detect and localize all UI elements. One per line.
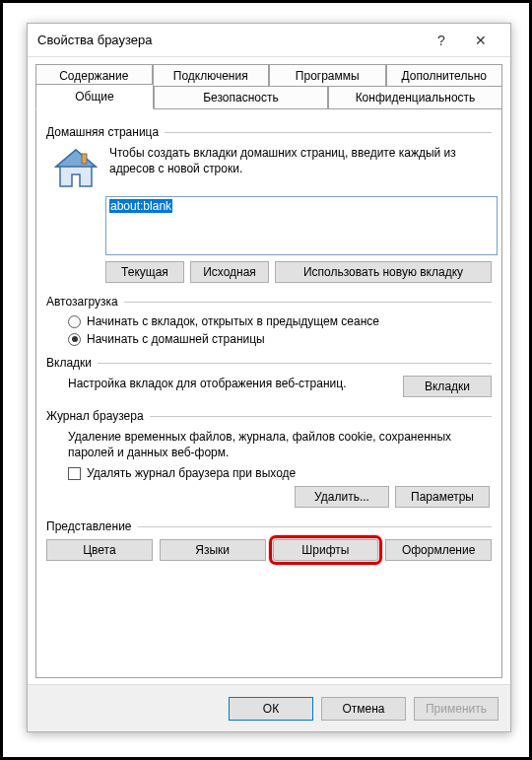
tab-advanced[interactable]: Дополнительно — [386, 64, 503, 87]
radio-icon — [68, 315, 81, 328]
group-homepage: Домашняя страница — [46, 125, 492, 139]
radio-start-last-session[interactable]: Начинать с вкладок, открытых в предыдуще… — [68, 314, 492, 328]
fonts-button[interactable]: Шрифты — [273, 539, 379, 561]
tab-panel-general: Домашняя страница Чтобы создать вкладки … — [35, 108, 502, 678]
tabs-settings-button[interactable]: Вкладки — [403, 376, 492, 397]
home-icon — [52, 147, 100, 190]
cancel-button[interactable]: Отмена — [321, 697, 406, 721]
delete-on-exit-checkbox[interactable]: Удалять журнал браузера при выходе — [68, 466, 492, 480]
dialog-window: Свойства браузера ? ✕ Содержание Подключ… — [27, 23, 511, 732]
dialog-footer: ОК Отмена Применить — [28, 684, 510, 731]
tabs-desc: Настройка вкладок для отображения веб-ст… — [68, 376, 393, 391]
help-button[interactable]: ? — [422, 26, 461, 55]
ok-button[interactable]: ОК — [229, 697, 313, 721]
tab-connections[interactable]: Подключения — [153, 64, 270, 87]
use-newtab-button[interactable]: Использовать новую вкладку — [275, 261, 492, 283]
group-startup: Автозагрузка — [46, 295, 492, 309]
history-desc: Удаление временных файлов, журнала, файл… — [68, 429, 492, 460]
accessibility-button[interactable]: Оформление — [385, 539, 492, 561]
tab-programs[interactable]: Программы — [269, 64, 386, 87]
languages-button[interactable]: Языки — [160, 539, 266, 561]
use-current-button[interactable]: Текущая — [105, 261, 184, 283]
use-default-button[interactable]: Исходная — [190, 261, 269, 283]
history-settings-button[interactable]: Параметры — [395, 486, 490, 508]
homepage-input[interactable]: about:blank — [105, 196, 498, 255]
group-tabs: Вкладки — [46, 356, 492, 370]
titlebar: Свойства браузера ? ✕ — [28, 24, 510, 57]
group-appearance: Представление — [46, 519, 492, 533]
svg-rect-2 — [82, 154, 87, 164]
delete-history-button[interactable]: Удалить... — [295, 486, 389, 508]
window-title: Свойства браузера — [37, 33, 422, 47]
checkbox-icon — [68, 467, 81, 480]
group-history: Журнал браузера — [46, 409, 492, 423]
radio-start-homepage[interactable]: Начинать с домашней страницы — [68, 332, 492, 346]
radio-icon — [68, 333, 81, 346]
tab-security[interactable]: Безопасность — [154, 86, 328, 108]
homepage-desc: Чтобы создать вкладки домашних страниц, … — [109, 145, 492, 190]
tab-privacy[interactable]: Конфиденциальность — [328, 86, 502, 108]
tab-general[interactable]: Общие — [35, 84, 154, 109]
apply-button[interactable]: Применить — [414, 697, 499, 721]
tabstrip: Содержание Подключения Программы Дополни… — [35, 64, 502, 108]
close-button[interactable]: ✕ — [461, 26, 500, 55]
svg-marker-1 — [56, 150, 96, 167]
colors-button[interactable]: Цвета — [46, 539, 153, 561]
